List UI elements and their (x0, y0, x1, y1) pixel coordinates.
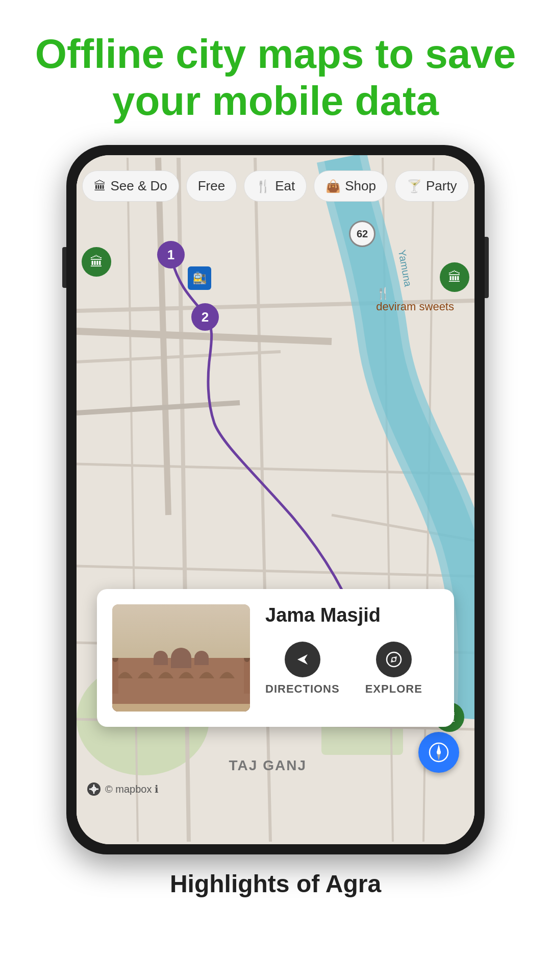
svg-rect-21 (112, 658, 118, 694)
explore-label: EXPLORE (365, 682, 422, 696)
masjid-structure (112, 658, 250, 712)
compass-button[interactable] (418, 732, 459, 773)
info-card: Jama Masjid DIRECTIONS (97, 589, 454, 727)
phone-screen: 🏛 See & Do Free 🍴 Eat 👜 Shop (77, 155, 474, 844)
museum-icon: 🏛 (94, 179, 106, 193)
card-title: Jama Masjid (265, 604, 439, 626)
filter-party[interactable]: 🍸 Party (395, 170, 469, 202)
fork-icon: 🍴 (256, 179, 271, 193)
filter-see-do[interactable]: 🏛 See & Do (82, 170, 179, 202)
explore-button[interactable]: EXPLORE (365, 642, 422, 696)
filter-free-label: Free (198, 178, 225, 194)
explore-icon (376, 642, 412, 677)
phone-frame: 🏛 See & Do Free 🍴 Eat 👜 Shop (66, 145, 485, 854)
filter-see-do-label: See & Do (110, 178, 167, 194)
page-header: Offline city maps to save your mobile da… (0, 0, 551, 145)
svg-point-28 (392, 658, 395, 661)
bottom-text: Highlights of Agra (0, 854, 551, 908)
phone-container: 🏛 See & Do Free 🍴 Eat 👜 Shop (0, 145, 551, 854)
filter-eat[interactable]: 🍴 Eat (244, 170, 307, 202)
filter-eat-label: Eat (275, 178, 295, 194)
card-image (112, 604, 250, 712)
filter-shop[interactable]: 👜 Shop (314, 170, 388, 202)
svg-marker-25 (297, 654, 308, 665)
svg-rect-22 (244, 658, 250, 694)
label-taj-ganj: TAJ GANJ (229, 757, 307, 774)
directions-label: DIRECTIONS (265, 682, 340, 696)
mapbox-logo: © mapbox ℹ (87, 782, 159, 796)
museum-marker-2[interactable]: 🏛 (440, 262, 469, 292)
map-area[interactable]: 🏛 See & Do Free 🍴 Eat 👜 Shop (77, 155, 474, 844)
route-marker-1[interactable]: 1 (157, 241, 185, 268)
label-deviram-sweets: 🍴 deviram sweets (376, 287, 454, 313)
cocktail-icon: 🍸 (407, 179, 422, 193)
svg-rect-20 (112, 704, 250, 712)
road-badge-62: 62 (349, 220, 375, 247)
museum-icon-1: 🏛 (90, 254, 103, 270)
filter-party-label: Party (426, 178, 457, 194)
filter-bar: 🏛 See & Do Free 🍴 Eat 👜 Shop (77, 170, 474, 202)
card-actions: DIRECTIONS EXPLORE (265, 642, 439, 696)
card-content: Jama Masjid DIRECTIONS (265, 604, 439, 696)
directions-icon (285, 642, 320, 677)
svg-point-32 (437, 750, 441, 754)
filter-free[interactable]: Free (186, 170, 237, 202)
museum-marker-1[interactable]: 🏛 (82, 247, 111, 277)
directions-button[interactable]: DIRECTIONS (265, 642, 340, 696)
bag-icon: 👜 (325, 179, 341, 193)
museum-icon-2: 🏛 (448, 270, 461, 285)
filter-shop-label: Shop (345, 178, 376, 194)
route-marker-2[interactable]: 2 (191, 303, 219, 331)
transit-icon: 🚉 (193, 272, 207, 285)
transit-marker[interactable]: 🚉 (188, 266, 211, 290)
